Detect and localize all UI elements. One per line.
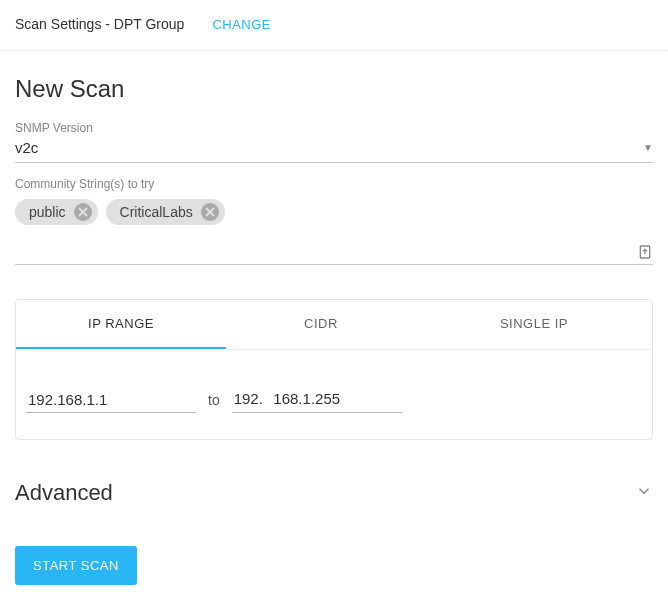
community-chip: public [15,199,98,225]
ip-end-suffix: 168.1.255 [273,390,340,407]
start-scan-button[interactable]: START SCAN [15,546,137,585]
community-strings-label: Community String(s) to try [15,177,653,191]
ip-mode-tabs: IP RANGE CIDR SINGLE IP [16,300,652,350]
community-chips: public CriticalLabs [15,199,653,225]
community-input[interactable] [15,235,653,265]
community-chip: CriticalLabs [106,199,225,225]
ip-range-separator: to [208,392,220,408]
page-heading: New Scan [15,75,653,103]
ip-end-input[interactable]: 192. 168.1.255 [232,386,402,413]
ip-range-body: to 192. 168.1.255 [16,350,652,439]
close-icon [78,207,88,217]
advanced-toggle[interactable]: Advanced [15,480,653,506]
advanced-label: Advanced [15,480,113,506]
snmp-version-label: SNMP Version [15,121,653,135]
tab-ip-range[interactable]: IP RANGE [16,300,226,349]
close-icon [205,207,215,217]
scan-settings-title: Scan Settings - DPT Group [15,16,184,32]
chip-remove-button[interactable] [201,203,219,221]
ip-end-prefix: 192. [234,390,263,407]
chip-remove-button[interactable] [74,203,92,221]
top-bar: Scan Settings - DPT Group CHANGE [0,0,668,51]
upload-icon[interactable] [637,244,653,260]
chip-label: CriticalLabs [120,204,193,220]
ip-card: IP RANGE CIDR SINGLE IP to 192. 168.1.25… [15,299,653,440]
snmp-version-value: v2c [15,139,38,156]
ip-start-input[interactable] [26,387,196,413]
change-link[interactable]: CHANGE [212,17,271,32]
content: New Scan SNMP Version v2c ▼ Community St… [0,51,668,600]
chevron-down-icon [635,482,653,504]
tab-single-ip[interactable]: SINGLE IP [416,300,652,349]
snmp-version-select[interactable]: v2c ▼ [15,139,653,163]
dropdown-caret-icon: ▼ [643,142,653,153]
tab-cidr[interactable]: CIDR [226,300,416,349]
chip-label: public [29,204,66,220]
